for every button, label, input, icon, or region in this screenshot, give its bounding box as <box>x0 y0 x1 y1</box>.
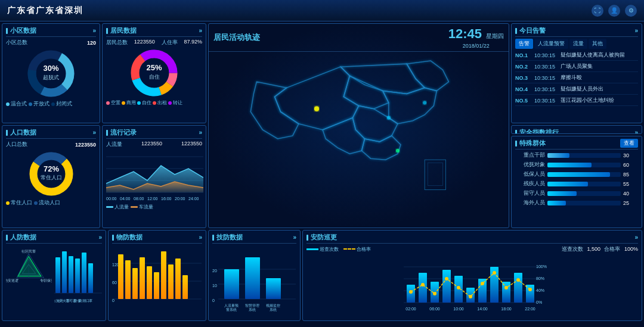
svg-text:警系统: 警系统 <box>226 307 237 312</box>
civil-defense-title: 人防数据 » <box>6 233 102 244</box>
map-title: 居民活动轨迹 <box>213 32 260 43</box>
svg-point-110 <box>433 292 436 295</box>
svg-rect-54 <box>82 253 86 293</box>
svg-text:超脱式: 超脱式 <box>43 74 59 80</box>
svg-rect-84 <box>224 269 239 299</box>
special-groups-title: 特殊群体 查看 <box>515 139 638 150</box>
flow-label1: 人流量 <box>106 141 122 148</box>
china-map-svg <box>209 52 509 228</box>
patrol-chart: 100% 80% 40% 0% 02:00 06:00 10:00 14:00 … <box>306 255 638 314</box>
svg-rect-32 <box>239 52 479 228</box>
residential-expand[interactable]: » <box>92 27 96 34</box>
svg-text:72%: 72% <box>43 164 58 173</box>
population-title: 人口数据 » <box>6 128 96 139</box>
flow-val1: 1223550 <box>141 141 162 148</box>
resident-expand[interactable]: » <box>199 27 202 34</box>
cd-bars: 出施计 灭火器 手可器 防保 防潮口 罩 <box>54 245 102 309</box>
flow-record-card: 流行记录 » 人流量 1223550 1223550 <box>102 125 206 228</box>
tab-other[interactable]: 其他 <box>589 39 606 49</box>
header-title: 广东省广东省深圳 <box>7 5 83 16</box>
flow-chart: 00:00 04:00 08:00 12:00 16:00 20:00 24:0… <box>106 151 203 201</box>
ranking-expand[interactable]: » <box>634 129 638 134</box>
material-defense-title: 物防数据 » <box>112 233 202 244</box>
tab-alert[interactable]: 告警 <box>515 39 533 49</box>
svg-rect-50 <box>55 257 60 293</box>
svg-text:20:00: 20:00 <box>175 197 185 201</box>
pop-value: 1223550 <box>75 142 96 148</box>
svg-text:14:00: 14:00 <box>477 307 488 311</box>
residential-legend: 温合式 开放式 封闭式 <box>6 100 96 108</box>
tab-flow-warning[interactable]: 人流量预警 <box>534 39 568 49</box>
special-groups-btn[interactable]: 查看 <box>620 139 638 148</box>
material-defense-chart: 0 60 120 <box>112 245 202 314</box>
sg-item-5: 留守人员 40 <box>515 189 638 197</box>
residential-data-card: 小区数据 » 小区总数 120 30% 超脱式 温合式 开放式 <box>2 23 100 123</box>
td-expand[interactable]: » <box>293 234 296 241</box>
screen-icon[interactable]: ⛶ <box>592 5 603 17</box>
residential-count: 120 <box>87 40 96 46</box>
svg-point-109 <box>421 283 425 286</box>
svg-point-35 <box>423 101 426 105</box>
alerts-card: 今日告警 » 告警 人流量预警 流量 其他 NO.1 10:30:15 疑似嫌疑… <box>511 23 642 123</box>
svg-point-34 <box>396 149 400 152</box>
alert-tabs: 告警 人流量预警 流量 其他 <box>515 39 638 49</box>
svg-point-114 <box>481 282 484 285</box>
svg-rect-71 <box>140 257 145 299</box>
header-icons: ⛶ 👤 ⚙ <box>592 5 637 17</box>
svg-rect-105 <box>502 282 510 303</box>
sg-item-1: 重点干部 30 <box>515 151 638 159</box>
user-icon[interactable]: 👤 <box>608 5 620 17</box>
residential-donut: 30% 超脱式 <box>26 48 76 99</box>
sg-item-6: 海外人员 25 <box>515 199 638 207</box>
svg-point-111 <box>445 277 448 281</box>
svg-point-116 <box>504 286 508 289</box>
svg-text:专职保安: 专职保安 <box>40 278 52 282</box>
md-expand[interactable]: » <box>199 234 202 241</box>
svg-text:16:00: 16:00 <box>161 197 172 201</box>
alert-item-1: NO.1 10:30:15 疑似嫌疑人使离高人被拘留 <box>515 51 638 61</box>
svg-point-117 <box>516 278 520 282</box>
svg-text:08:00: 08:00 <box>134 197 144 201</box>
resident-total-label: 居民总数 <box>106 39 128 46</box>
cd-bar-chart: 出施计 灭火器 手可器 防保 防潮口 罩 <box>54 245 102 308</box>
special-groups-card: 特殊群体 查看 重点干部 30 优抚对象 60 低保人员 85 <box>511 136 642 228</box>
header: 广东省广东省深圳 ⛶ 👤 ⚙ <box>0 0 644 21</box>
svg-rect-75 <box>168 264 174 299</box>
civil-defense-radar: 社区民警 专职保安 治安巡逻 <box>6 245 52 305</box>
sp-expand[interactable]: » <box>634 234 638 241</box>
tech-defense-card: 技防数据 » 0 10 20 人流量预 警系统 智慧管理 系统 视频监控 <box>208 230 301 321</box>
svg-text:防潮口: 防潮口 <box>79 299 89 303</box>
flow-expand[interactable]: » <box>199 129 202 136</box>
tab-traffic[interactable]: 流量 <box>569 39 587 49</box>
population-legend: 常住人口 流动人口 <box>6 199 96 207</box>
cd-expand[interactable]: » <box>98 234 102 241</box>
resident-total-val: 1223550 <box>134 39 155 46</box>
settings-icon[interactable]: ⚙ <box>625 5 637 17</box>
svg-text:100%: 100% <box>536 264 547 269</box>
sg-item-4: 残疾人员 55 <box>515 180 638 188</box>
svg-text:80%: 80% <box>536 276 544 281</box>
population-data-card: 人口数据 » 人口总数 1223550 72% 常住人口 常住人口 流动人口 <box>2 125 100 228</box>
svg-point-112 <box>457 286 460 289</box>
svg-rect-72 <box>147 266 152 299</box>
svg-text:25%: 25% <box>146 63 162 72</box>
svg-text:10: 10 <box>212 284 217 288</box>
svg-rect-55 <box>88 263 93 293</box>
material-defense-card: 物防数据 » 0 60 120 <box>108 230 206 321</box>
population-expand[interactable]: » <box>92 129 96 136</box>
svg-rect-68 <box>118 254 123 299</box>
top-section: 小区数据 » 小区总数 120 30% 超脱式 温合式 开放式 <box>0 21 644 230</box>
map-date: 2018/01/22 <box>463 43 490 49</box>
svg-point-33 <box>314 107 319 111</box>
svg-marker-42 <box>18 256 41 276</box>
resident-rate-val: 87.92% <box>184 39 202 46</box>
svg-text:30%: 30% <box>43 64 58 73</box>
left-column: 小区数据 » 小区总数 120 30% 超脱式 温合式 开放式 <box>2 23 100 228</box>
map-header: 居民活动轨迹 12:45 星期四 2018/01/22 <box>209 24 509 52</box>
alerts-expand[interactable]: » <box>634 27 638 34</box>
alert-item-5: NO.5 10:30:15 莲江花园小区土地纠纷 <box>515 96 638 106</box>
svg-text:60: 60 <box>112 281 117 285</box>
civil-defense-content: 社区民警 专职保安 治安巡逻 <box>6 245 102 309</box>
svg-text:10:00: 10:00 <box>453 307 464 311</box>
security-ranking-title: 安全指数排行 » <box>515 128 638 134</box>
